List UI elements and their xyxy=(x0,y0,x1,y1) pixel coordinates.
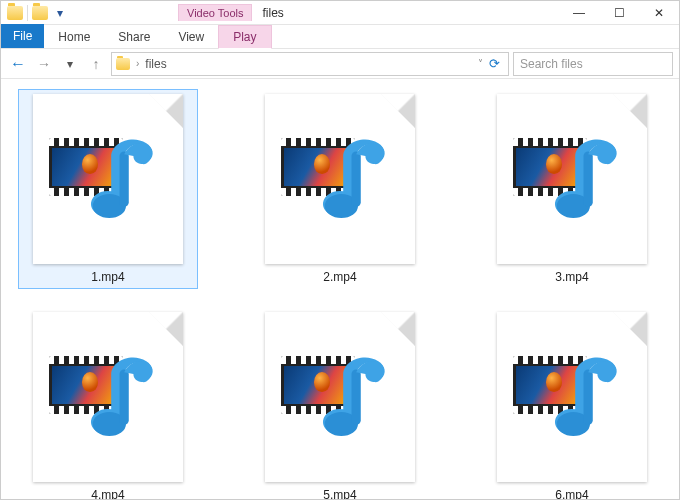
nav-up-button[interactable]: ↑ xyxy=(85,53,107,75)
music-note-icon xyxy=(89,134,163,230)
video-media-icon xyxy=(513,352,633,452)
file-name-label: 3.mp4 xyxy=(555,270,588,284)
maximize-button[interactable]: ☐ xyxy=(599,1,639,25)
breadcrumb-separator-icon: › xyxy=(136,58,139,69)
qat-dropdown-icon[interactable]: ▾ xyxy=(52,6,68,20)
title-bar: ▾ Video Tools files — ☐ ✕ xyxy=(1,1,679,25)
address-bar[interactable]: › files ˅ ⟳ xyxy=(111,52,509,76)
page-fold-icon xyxy=(381,312,415,346)
file-item[interactable]: 5.mp4 xyxy=(250,307,430,500)
file-item[interactable]: 3.mp4 xyxy=(482,89,662,289)
file-name-label: 6.mp4 xyxy=(555,488,588,500)
video-media-icon xyxy=(281,352,401,452)
quick-access-toolbar: ▾ xyxy=(1,5,68,21)
separator xyxy=(27,5,28,21)
address-bar-row: ← → ▾ ↑ › files ˅ ⟳ xyxy=(1,49,679,79)
file-item[interactable]: 6.mp4 xyxy=(482,307,662,500)
file-thumbnail xyxy=(33,94,183,264)
qat-open-icon[interactable] xyxy=(32,6,48,20)
ribbon-tab-view[interactable]: View xyxy=(164,26,218,48)
file-thumbnail xyxy=(265,94,415,264)
ribbon-tab-home[interactable]: Home xyxy=(44,26,104,48)
file-thumbnail xyxy=(497,94,647,264)
search-box[interactable] xyxy=(513,52,673,76)
close-button[interactable]: ✕ xyxy=(639,1,679,25)
refresh-button[interactable]: ⟳ xyxy=(489,56,500,71)
location-folder-icon xyxy=(116,58,130,70)
file-name-label: 4.mp4 xyxy=(91,488,124,500)
video-media-icon xyxy=(49,352,169,452)
nav-forward-button[interactable]: → xyxy=(33,53,55,75)
file-name-label: 1.mp4 xyxy=(91,270,124,284)
nav-back-button[interactable]: ← xyxy=(7,53,29,75)
minimize-button[interactable]: — xyxy=(559,1,599,25)
video-media-icon xyxy=(49,134,169,234)
window-title: files xyxy=(262,6,283,20)
ribbon-tab-share[interactable]: Share xyxy=(104,26,164,48)
video-media-icon xyxy=(281,134,401,234)
music-note-icon xyxy=(321,352,395,448)
page-fold-icon xyxy=(149,94,183,128)
ribbon-tab-play[interactable]: Play xyxy=(218,25,271,49)
file-item[interactable]: 1.mp4 xyxy=(18,89,198,289)
music-note-icon xyxy=(553,352,627,448)
music-note-icon xyxy=(89,352,163,448)
file-name-label: 2.mp4 xyxy=(323,270,356,284)
file-item[interactable]: 4.mp4 xyxy=(18,307,198,500)
nav-recent-dropdown[interactable]: ▾ xyxy=(59,53,81,75)
music-note-icon xyxy=(321,134,395,230)
page-fold-icon xyxy=(381,94,415,128)
file-thumbnail xyxy=(497,312,647,482)
address-dropdown-icon[interactable]: ˅ xyxy=(478,58,483,69)
music-note-icon xyxy=(553,134,627,230)
contextual-tab-label: Video Tools xyxy=(178,4,252,21)
page-fold-icon xyxy=(613,312,647,346)
app-folder-icon[interactable] xyxy=(7,6,23,20)
file-name-label: 5.mp4 xyxy=(323,488,356,500)
file-thumbnail xyxy=(33,312,183,482)
file-item[interactable]: 2.mp4 xyxy=(250,89,430,289)
file-thumbnail xyxy=(265,312,415,482)
video-media-icon xyxy=(513,134,633,234)
files-grid: 1.mp4 2.mp4 xyxy=(1,79,679,500)
page-fold-icon xyxy=(149,312,183,346)
ribbon-tab-file[interactable]: File xyxy=(1,24,44,48)
search-input[interactable] xyxy=(520,57,666,71)
breadcrumb-location[interactable]: files xyxy=(145,57,166,71)
window-controls: — ☐ ✕ xyxy=(559,1,679,25)
ribbon-tabs: File Home Share View Play xyxy=(1,25,679,49)
page-fold-icon xyxy=(613,94,647,128)
